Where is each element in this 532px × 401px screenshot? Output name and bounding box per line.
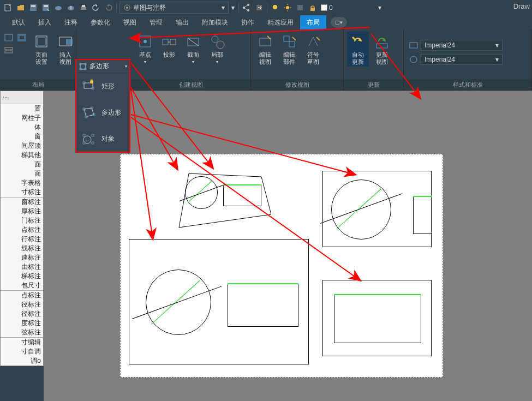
style-dropdown-2[interactable]: Imperial24 ▾ — [421, 54, 503, 65]
section-view-button[interactable]: 截面 ▾ — [182, 32, 204, 65]
separator — [267, 3, 267, 13]
saveas-icon[interactable] — [40, 2, 52, 14]
style-dropdown-1[interactable]: Imperial24 ▾ — [421, 40, 503, 51]
list-item[interactable]: 网柱子 — [1, 113, 43, 123]
list-item[interactable]: 体 — [1, 123, 43, 132]
viewport-rectangle-top-right[interactable] — [322, 171, 432, 247]
side-header[interactable]: ... — [1, 91, 43, 104]
tab-default[interactable]: 默认 — [5, 15, 32, 29]
panel-create-title: 创建视图 — [131, 79, 250, 90]
list-item[interactable]: 寸自调 — [1, 347, 43, 356]
new-layout-icon[interactable] — [3, 32, 15, 44]
ribbon-tabs: 默认 插入 注释 参数化 视图 管理 输出 附加模块 协作 精选应用 布局 ▢▾ — [0, 15, 532, 29]
list-item[interactable]: 厚标注 — [1, 207, 43, 216]
tab-view[interactable]: 视图 — [117, 15, 143, 29]
list-item[interactable]: 面 — [1, 160, 43, 169]
save-icon[interactable] — [27, 2, 39, 14]
polygon-dropdown-header[interactable]: 多边形 ▾ — [76, 60, 129, 73]
ribbon-body: 页面设置 插入视图 布局 基点 ▾ 投影 截面 ▾ — [0, 29, 532, 91]
cloud-open-icon[interactable] — [52, 2, 64, 14]
poly-item-rectangle[interactable]: 矩形 — [76, 73, 129, 99]
sun-icon[interactable] — [282, 2, 294, 14]
print-icon[interactable] — [77, 2, 89, 14]
paper-space[interactable] — [120, 154, 443, 378]
svg-rect-29 — [38, 38, 45, 45]
list-item[interactable]: 包尺寸 — [1, 281, 43, 290]
symbol-sketch-button[interactable]: 符号草图 — [302, 32, 324, 67]
redo-icon[interactable] — [103, 2, 115, 14]
tab-output[interactable]: 输出 — [169, 15, 195, 29]
tab-extra[interactable]: ▢▾ — [331, 17, 347, 28]
side-list-group3: 点标注 径标注 径标注 度标注 弦标注 — [1, 291, 43, 337]
style-icon — [409, 40, 419, 50]
chevron-down-icon[interactable]: ▾ — [231, 4, 235, 11]
tab-collaborate[interactable]: 协作 — [235, 15, 261, 29]
tab-parametric[interactable]: 参数化 — [84, 15, 117, 29]
layer-color[interactable]: 0 ▾ — [321, 4, 381, 11]
auto-update-label: 自动更新 — [352, 51, 364, 65]
viewport-rectangle-bottom-left[interactable] — [129, 239, 309, 364]
list-item[interactable]: 由标注 — [1, 262, 43, 272]
list-item[interactable]: 调o — [1, 356, 43, 366]
list-item[interactable]: 速标注 — [1, 253, 43, 262]
list-item[interactable]: 寸标注 — [1, 188, 43, 197]
list-item[interactable]: 置 — [1, 104, 43, 113]
tab-manage[interactable]: 管理 — [143, 15, 169, 29]
list-item[interactable]: 行标注 — [1, 235, 43, 244]
tab-addins[interactable]: 附加模块 — [195, 15, 235, 29]
workspace-selector[interactable]: 草图与注释 ▾ — [119, 2, 229, 14]
undo-icon[interactable] — [90, 2, 102, 14]
list-item[interactable]: 面 — [1, 169, 43, 178]
rect-top-green — [223, 184, 261, 185]
chevron-down-icon: ▾ — [222, 4, 225, 11]
tab-layout[interactable]: 布局 — [300, 15, 326, 29]
base-view-button[interactable]: 基点 ▾ — [134, 32, 156, 65]
auto-update-button[interactable]: 自动更新 — [347, 32, 369, 67]
new-icon[interactable] — [2, 2, 14, 14]
svg-point-16 — [286, 6, 289, 9]
edit-comp-label: 编辑部件 — [283, 51, 295, 65]
lock-icon[interactable] — [307, 2, 319, 14]
list-item[interactable]: 点标注 — [1, 291, 43, 300]
list-item[interactable]: 梯标注 — [1, 272, 43, 281]
list-item[interactable]: 径标注 — [1, 309, 43, 319]
list-item[interactable]: 窗标注 — [1, 197, 43, 207]
poly-item-polygon[interactable]: 多边形 — [76, 99, 129, 125]
tab-annotate[interactable]: 注释 — [58, 15, 84, 29]
svg-point-10 — [126, 7, 128, 9]
list-item[interactable]: 径标注 — [1, 300, 43, 309]
update-view-button[interactable]: 更新视图 — [371, 32, 393, 67]
list-item[interactable]: 弦标注 — [1, 328, 43, 337]
list-item[interactable]: 度标注 — [1, 319, 43, 328]
list-item[interactable]: 字表格 — [1, 178, 43, 188]
edit-components-button[interactable]: 编辑部件 — [278, 32, 300, 67]
tab-featured[interactable]: 精选应用 — [261, 15, 300, 29]
insert-view-button[interactable]: 插入视图 — [55, 32, 76, 67]
edit-view-button[interactable]: 编辑视图 — [254, 32, 276, 67]
open-icon[interactable] — [15, 2, 27, 14]
share-icon[interactable] — [241, 2, 253, 14]
viewport-object-bottom-right[interactable] — [322, 280, 432, 356]
list-item[interactable]: 间屋顶 — [1, 141, 43, 151]
bulb-icon[interactable] — [269, 2, 281, 14]
tab-insert[interactable]: 插入 — [32, 15, 58, 29]
list-item[interactable]: 线标注 — [1, 244, 43, 253]
poly-item-object[interactable]: 对象 — [76, 125, 129, 152]
layout-list-icon[interactable] — [3, 45, 15, 57]
list-item[interactable]: 窗 — [1, 132, 43, 141]
export-icon[interactable] — [253, 2, 265, 14]
freeze-icon[interactable] — [294, 2, 306, 14]
list-item[interactable]: 梯其他 — [1, 151, 43, 160]
layout-from-template-icon[interactable] — [16, 32, 28, 44]
list-item[interactable]: 点标注 — [1, 225, 43, 235]
page-setup-button[interactable]: 页面设置 — [31, 32, 52, 67]
chevron-down-icon: ▾ — [495, 56, 499, 63]
list-item[interactable]: 寸编辑 — [1, 338, 43, 347]
projected-view-button[interactable]: 投影 — [158, 32, 180, 59]
list-item[interactable]: 门标注 — [1, 216, 43, 225]
detail-view-button[interactable]: 局部 ▾ — [206, 32, 228, 65]
cloud-save-icon[interactable] — [65, 2, 77, 14]
rect-shape — [334, 294, 421, 343]
svg-rect-42 — [376, 44, 387, 48]
quick-access-toolbar: 草图与注释 ▾ ▾ 0 ▾ — [0, 0, 532, 15]
